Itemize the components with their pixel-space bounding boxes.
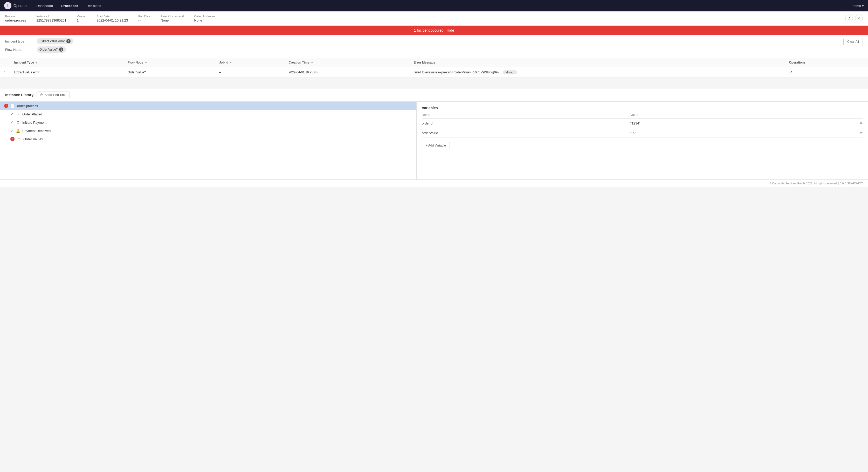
variables-title: Variables [422, 106, 863, 110]
variables-name-col: Name [422, 113, 630, 119]
bottom-section: Instance History ⏱ Show End Time ! 📄 ord… [0, 88, 868, 180]
tree-item-label: Payment Received [22, 129, 51, 133]
app-name: Operate [13, 4, 27, 8]
add-variable-button[interactable]: + Add Variable [422, 142, 450, 149]
edit-variable-icon[interactable]: ✏ [860, 121, 863, 125]
incident-type-sort-icon: ▾ [36, 61, 37, 64]
col-flow-node[interactable]: Flow Node ▾ [123, 58, 215, 67]
flow-node-sort-icon: ▾ [145, 61, 147, 64]
retry-button[interactable]: ↺ [845, 14, 853, 22]
instance-history-title: Instance History [5, 93, 33, 97]
flow-node-tag[interactable]: Order Value? 1 [37, 46, 66, 53]
cancel-button[interactable]: ✕ [855, 14, 863, 22]
incident-type-filter-row: Incident type: Extract value error 1 [5, 38, 843, 44]
error-indicator: ! [10, 137, 14, 141]
row-flow-node: Order Value? [123, 67, 215, 77]
incident-banner: 1 Incident occured Hide [0, 26, 868, 35]
variables-value-col: Value [630, 113, 796, 119]
instance-id-field: Instance Id 2251799813685251 [36, 15, 66, 22]
variables-actions-col [796, 113, 863, 119]
logo-icon: ! [4, 2, 11, 9]
col-job-id-label: Job Id [219, 61, 228, 64]
col-incident-type-label: Incident Type [14, 61, 34, 64]
tree-item-label: Order Placed [22, 112, 42, 116]
instance-history-header: Instance History ⏱ Show End Time [0, 88, 868, 102]
tree-item-label: Initiate Payment [22, 121, 46, 124]
page-footer: © Camunda Services GmbH 2022. All rights… [0, 180, 868, 187]
filter-section: Incident type: Extract value error 1 Flo… [0, 35, 868, 58]
row-num: 1 [0, 67, 10, 77]
row-error-message: failed to evaluate expression 'orderValu… [409, 67, 785, 77]
col-incident-type[interactable]: Incident Type ▾ [10, 58, 123, 67]
row-operations: ↺ [785, 67, 868, 77]
variable-value: "99" [630, 128, 796, 138]
nav-username: demo [852, 4, 861, 8]
end-date-label: End Date [138, 15, 150, 18]
instance-id-value: 2251799813685251 [36, 19, 66, 22]
process-header: Process order-process Instance Id 225179… [0, 11, 868, 26]
instance-tree: ! 📄 order-process ✔ ○ Order Placed ✔ ⚙ I… [0, 102, 416, 180]
row-creation-time: 2022-04-01 16:25:45 [284, 67, 409, 77]
clear-all-button[interactable]: Clear All [843, 38, 863, 45]
creation-time-sort-icon: ▾ [311, 61, 313, 64]
col-error-message: Error Message [409, 58, 785, 67]
tree-item-order-value[interactable]: ! ◇ Order Value? [0, 135, 416, 143]
more-button[interactable]: More... [503, 70, 517, 74]
circle-icon: ○ [16, 112, 20, 116]
show-end-time-button[interactable]: ⏱ Show End Time [37, 92, 70, 98]
version-field: Version 1 [77, 15, 86, 22]
incidents-table-section: Incident Type ▾ Flow Node ▾ Job Id ▾ Cre… [0, 58, 868, 77]
incidents-table: Incident Type ▾ Flow Node ▾ Job Id ▾ Cre… [0, 58, 868, 77]
error-indicator: ! [4, 104, 8, 108]
gateway-icon: ◇ [17, 137, 21, 141]
col-job-id[interactable]: Job Id ▾ [215, 58, 285, 67]
nav-user-menu[interactable]: demo ▾ [852, 4, 864, 8]
gear-icon: ⚙ [16, 120, 20, 124]
spacer [0, 77, 868, 88]
tree-item-payment-received[interactable]: ✔ 🔔 Payment Received [0, 127, 416, 135]
called-instances-field: Called Instances None [194, 15, 215, 22]
col-creation-time[interactable]: Creation Time ▾ [284, 58, 409, 67]
col-flow-node-label: Flow Node [128, 61, 144, 64]
flow-node-tag-label: Order Value? [39, 48, 58, 51]
col-operations: Operations [785, 58, 868, 67]
row-job-id: -- [215, 67, 285, 77]
called-instances-label: Called Instances [194, 15, 215, 18]
check-icon: ✔ [10, 120, 13, 124]
tree-item-initiate-payment[interactable]: ✔ ⚙ Initiate Payment [0, 118, 416, 127]
variable-value: "1234" [630, 119, 796, 128]
footer-text: © Camunda Services GmbH 2022. All rights… [769, 182, 863, 185]
doc-icon: 📄 [10, 104, 15, 108]
hide-incident-link[interactable]: Hide [447, 28, 454, 32]
flow-node-badge: 1 [59, 48, 63, 52]
process-label: Process [5, 15, 26, 18]
check-icon: ✔ [10, 112, 13, 116]
incident-type-tag-label: Extract value error [39, 39, 65, 43]
nav-dashboard[interactable]: Dashboard [33, 2, 57, 9]
variables-table: Name Value orderId "1234" ✏ orderValue "… [422, 113, 863, 138]
edit-variable-icon[interactable]: ✏ [860, 131, 863, 135]
flow-node-filter-label: Flow Node: [5, 48, 34, 52]
nav-links: Dashboard Processes Decisions [33, 2, 853, 9]
tree-item-order-placed[interactable]: ✔ ○ Order Placed [0, 110, 416, 118]
version-value: 1 [77, 19, 86, 22]
incident-type-tag[interactable]: Extract value error 1 [37, 38, 73, 44]
version-label: Version [77, 15, 86, 18]
col-num [0, 58, 10, 67]
app-logo[interactable]: ! Operate [4, 2, 27, 9]
start-date-field: Start Date 2022-04-01 16:21:23 [97, 15, 128, 22]
incident-message: 1 Incident occured [414, 28, 443, 32]
parent-instance-label: Parent Instance Id [161, 15, 184, 18]
col-creation-time-label: Creation Time [288, 61, 309, 64]
row-retry-icon[interactable]: ↺ [789, 70, 793, 74]
error-message-text: failed to evaluate expression 'orderValu… [413, 70, 502, 74]
variable-row: orderId "1234" ✏ [422, 119, 863, 128]
nav-processes[interactable]: Processes [58, 2, 82, 9]
top-navigation: ! Operate Dashboard Processes Decisions … [0, 0, 868, 11]
process-value: order-process [5, 19, 26, 22]
clock-icon: ⏱ [40, 93, 43, 97]
parent-instance-value: None [161, 19, 184, 22]
tree-item-order-process[interactable]: ! 📄 order-process [0, 102, 416, 110]
nav-decisions[interactable]: Decisions [83, 2, 104, 9]
job-id-sort-icon: ▾ [230, 61, 231, 64]
